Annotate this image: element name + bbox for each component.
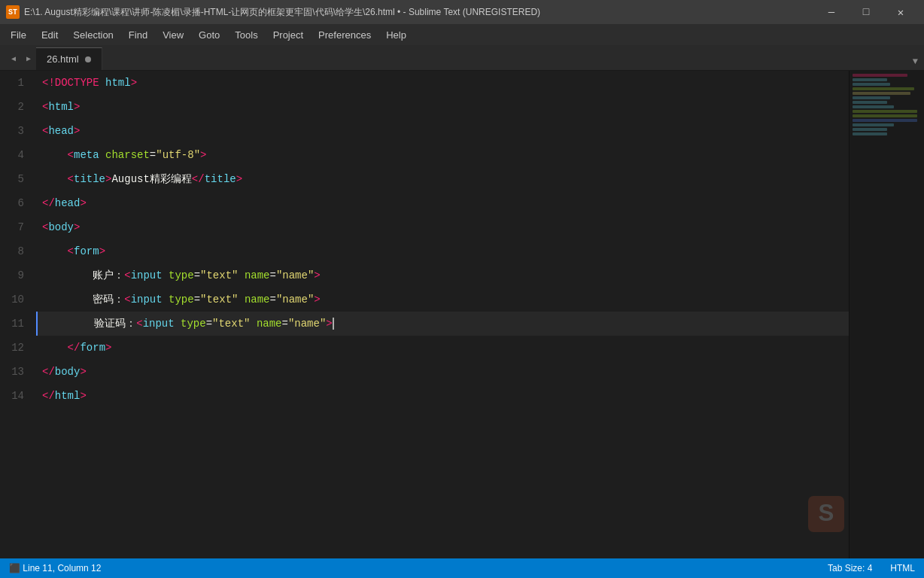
menu-goto[interactable]: Goto: [191, 26, 227, 44]
token: >: [314, 287, 320, 312]
menu-help[interactable]: Help: [378, 26, 414, 44]
cursor-position: Line 11, Column 12: [23, 563, 101, 573]
token: [99, 71, 105, 95]
status-right: Tab Size: 4 HTML: [828, 563, 915, 573]
token: type: [181, 312, 206, 336]
token: [99, 143, 105, 167]
token: html: [105, 71, 131, 95]
token: 验证码：: [44, 312, 136, 336]
token: <!: [42, 71, 55, 95]
token: >: [74, 119, 80, 143]
token: [42, 143, 68, 167]
token: "text": [200, 287, 238, 312]
token: </: [68, 336, 81, 360]
minimap[interactable]: [849, 71, 924, 558]
token: <: [68, 143, 74, 167]
close-button[interactable]: ✕: [883, 0, 918, 24]
token: [238, 263, 244, 287]
tab-nav-right[interactable]: ▶: [21, 47, 36, 70]
token: "name": [276, 287, 314, 312]
tab-file[interactable]: 26.html: [36, 47, 102, 70]
token: </: [42, 360, 55, 384]
token: input: [143, 312, 175, 336]
menu-tools[interactable]: Tools: [227, 26, 265, 44]
token: [250, 312, 256, 336]
token: "text": [212, 312, 250, 336]
token: =: [194, 263, 200, 287]
token: >: [80, 191, 86, 215]
app-icon: ST: [6, 5, 20, 19]
minimize-button[interactable]: —: [814, 0, 849, 24]
line-num-2: 2: [0, 95, 30, 119]
tab-filename: 26.html: [47, 53, 79, 65]
code-content[interactable]: <!DOCTYPE html> <html> <head> <meta char…: [36, 71, 849, 558]
token: August精彩编程: [111, 167, 191, 191]
token: >: [131, 71, 137, 95]
token: type: [169, 287, 194, 312]
menu-file[interactable]: File: [3, 26, 34, 44]
token: >: [99, 239, 105, 263]
token: name: [257, 312, 282, 336]
tab-overflow[interactable]: ▼: [910, 53, 921, 70]
token: >: [314, 263, 320, 287]
token: [163, 287, 169, 312]
token: head: [55, 191, 81, 215]
menu-selection[interactable]: Selection: [65, 26, 120, 44]
token: </: [42, 384, 55, 408]
token: form: [74, 239, 99, 263]
minimap-content: [850, 71, 924, 140]
token: "utf-8": [156, 143, 200, 167]
token: html: [55, 384, 81, 408]
token: [42, 239, 68, 263]
menu-preferences[interactable]: Preferences: [311, 26, 378, 44]
token: head: [48, 119, 74, 143]
menu-edit[interactable]: Edit: [34, 26, 65, 44]
token: >: [105, 336, 111, 360]
tab-size[interactable]: Tab Size: 4: [828, 563, 872, 573]
token: <: [68, 167, 74, 191]
code-line-4: <meta charset="utf-8">: [42, 143, 849, 167]
token: [175, 312, 181, 336]
token: [163, 263, 169, 287]
token: <: [68, 239, 74, 263]
token: name: [245, 287, 270, 312]
text-cursor: [333, 318, 334, 330]
title-text: E:\1. August精彩编程\课程\讲师-陈凌楣\录播-HTML-让网页的框…: [24, 6, 814, 19]
token: 账户：: [42, 263, 124, 287]
token: input: [131, 263, 163, 287]
code-line-11: 验证码：<input type="text" name="name">: [36, 312, 849, 336]
editor-area: 1 2 3 4 5 6 7 8 9 10 11 12 13 14 <!DOCTY…: [0, 71, 924, 558]
code-line-13: </body>: [42, 360, 849, 384]
code-line-14: </html>: [42, 384, 849, 408]
token: [42, 167, 68, 191]
line-num-14: 14: [0, 384, 30, 408]
token: >: [326, 312, 332, 336]
token: </: [192, 167, 205, 191]
line-num-4: 4: [0, 143, 30, 167]
token: <: [136, 312, 142, 336]
menu-view[interactable]: View: [155, 26, 191, 44]
token: >: [80, 384, 86, 408]
code-line-9: 账户：<input type="text" name="name">: [42, 263, 849, 287]
title-bar: ST E:\1. August精彩编程\课程\讲师-陈凌楣\录播-HTML-让网…: [0, 0, 924, 24]
menu-find[interactable]: Find: [121, 26, 155, 44]
status-left: ⬛ Line 11, Column 12: [9, 563, 828, 573]
tab-nav-left[interactable]: ◀: [6, 47, 21, 70]
line-num-12: 12: [0, 336, 30, 360]
menu-bar: File Edit Selection Find View Goto Tools…: [0, 24, 924, 45]
line-num-8: 8: [0, 239, 30, 263]
token: meta: [74, 143, 99, 167]
token: DOCTYPE: [55, 71, 99, 95]
line-num-5: 5: [0, 167, 30, 191]
line-num-7: 7: [0, 215, 30, 239]
token: =: [270, 263, 276, 287]
line-num-10: 10: [0, 287, 30, 312]
menu-project[interactable]: Project: [266, 26, 311, 44]
code-line-7: <body>: [42, 215, 849, 239]
token: =: [150, 143, 156, 167]
syntax-language[interactable]: HTML: [890, 563, 915, 573]
token: body: [48, 215, 74, 239]
status-bar: ⬛ Line 11, Column 12 Tab Size: 4 HTML: [0, 558, 924, 578]
token: name: [245, 263, 270, 287]
maximize-button[interactable]: □: [849, 0, 883, 24]
